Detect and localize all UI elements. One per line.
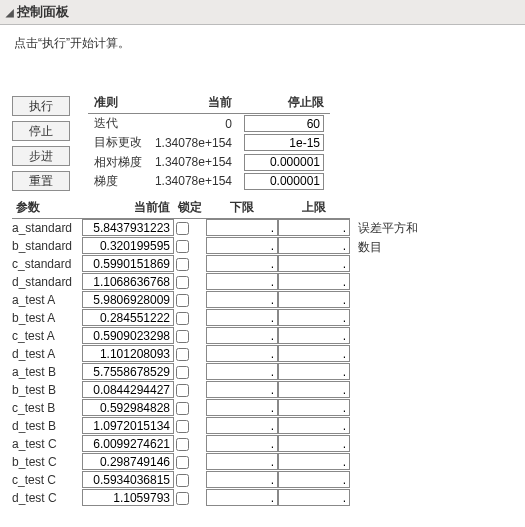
- param-lower-input[interactable]: [206, 273, 278, 290]
- param-lock-checkbox[interactable]: [176, 492, 189, 505]
- param-row: c_test B: [12, 399, 350, 417]
- param-upper-input[interactable]: [278, 453, 350, 470]
- param-header-name: 参数: [12, 199, 82, 219]
- criteria-current: 1.34078e+154: [148, 172, 238, 191]
- stop-button[interactable]: 停止: [12, 121, 70, 141]
- param-lock-checkbox[interactable]: [176, 276, 189, 289]
- criteria-stop-input[interactable]: [244, 173, 324, 190]
- param-name: c_test C: [12, 471, 82, 489]
- param-name: c_test A: [12, 327, 82, 345]
- param-lock-checkbox[interactable]: [176, 258, 189, 271]
- param-lower-input[interactable]: [206, 255, 278, 272]
- reset-button[interactable]: 重置: [12, 171, 70, 191]
- param-lower-input[interactable]: [206, 417, 278, 434]
- param-value-input[interactable]: [82, 237, 174, 254]
- param-upper-input[interactable]: [278, 255, 350, 272]
- param-row: d_test A: [12, 345, 350, 363]
- step-button[interactable]: 步进: [12, 146, 70, 166]
- param-value-input[interactable]: [82, 399, 174, 416]
- param-lock-checkbox[interactable]: [176, 222, 189, 235]
- param-name: c_test B: [12, 399, 82, 417]
- criteria-header-current: 当前: [148, 94, 238, 114]
- param-row: b_test A: [12, 309, 350, 327]
- param-value-input[interactable]: [82, 435, 174, 452]
- criteria-header-stop: 停止限: [238, 94, 330, 114]
- instruction-text: 点击“执行”开始计算。: [0, 25, 525, 54]
- param-lock-checkbox[interactable]: [176, 348, 189, 361]
- param-name: b_test B: [12, 381, 82, 399]
- param-value-input[interactable]: [82, 327, 174, 344]
- param-upper-input[interactable]: [278, 417, 350, 434]
- param-value-input[interactable]: [82, 363, 174, 380]
- param-row: c_standard: [12, 255, 350, 273]
- param-lock-checkbox[interactable]: [176, 420, 189, 433]
- param-value-input[interactable]: [82, 381, 174, 398]
- param-upper-input[interactable]: [278, 237, 350, 254]
- param-upper-input[interactable]: [278, 345, 350, 362]
- param-upper-input[interactable]: [278, 327, 350, 344]
- param-lower-input[interactable]: [206, 453, 278, 470]
- param-lower-input[interactable]: [206, 345, 278, 362]
- param-lock-checkbox[interactable]: [176, 384, 189, 397]
- param-value-input[interactable]: [82, 471, 174, 488]
- param-lower-input[interactable]: [206, 489, 278, 506]
- param-lock-checkbox[interactable]: [176, 438, 189, 451]
- param-row: a_test B: [12, 363, 350, 381]
- param-lock-checkbox[interactable]: [176, 474, 189, 487]
- criteria-current: 1.34078e+154: [148, 152, 238, 171]
- param-upper-input[interactable]: [278, 291, 350, 308]
- param-lock-checkbox[interactable]: [176, 366, 189, 379]
- param-lower-input[interactable]: [206, 435, 278, 452]
- criteria-current: 1.34078e+154: [148, 133, 238, 152]
- criteria-row: 迭代0: [88, 114, 330, 134]
- criteria-label: 目标更改: [88, 133, 148, 152]
- param-upper-input[interactable]: [278, 435, 350, 452]
- param-value-input[interactable]: [82, 345, 174, 362]
- param-lower-input[interactable]: [206, 291, 278, 308]
- param-upper-input[interactable]: [278, 363, 350, 380]
- param-lock-checkbox[interactable]: [176, 294, 189, 307]
- param-row: b_test C: [12, 453, 350, 471]
- criteria-stop-input[interactable]: [244, 134, 324, 151]
- param-upper-input[interactable]: [278, 273, 350, 290]
- criteria-stop-input[interactable]: [244, 115, 324, 132]
- param-name: d_test B: [12, 417, 82, 435]
- param-value-input[interactable]: [82, 291, 174, 308]
- param-lower-input[interactable]: [206, 219, 278, 236]
- param-value-input[interactable]: [82, 309, 174, 326]
- param-lower-input[interactable]: [206, 363, 278, 380]
- panel-title: 控制面板: [17, 3, 69, 21]
- criteria-current: 0: [148, 114, 238, 134]
- param-lower-input[interactable]: [206, 237, 278, 254]
- param-lower-input[interactable]: [206, 399, 278, 416]
- criteria-stop-input[interactable]: [244, 154, 324, 171]
- param-value-input[interactable]: [82, 453, 174, 470]
- param-upper-input[interactable]: [278, 489, 350, 506]
- param-value-input[interactable]: [82, 273, 174, 290]
- param-row: c_test A: [12, 327, 350, 345]
- param-value-input[interactable]: [82, 417, 174, 434]
- param-upper-input[interactable]: [278, 219, 350, 236]
- param-lower-input[interactable]: [206, 309, 278, 326]
- param-lower-input[interactable]: [206, 471, 278, 488]
- criteria-row: 目标更改1.34078e+154: [88, 133, 330, 152]
- param-upper-input[interactable]: [278, 381, 350, 398]
- param-lock-checkbox[interactable]: [176, 456, 189, 469]
- param-value-input[interactable]: [82, 219, 174, 236]
- param-lock-checkbox[interactable]: [176, 402, 189, 415]
- param-upper-input[interactable]: [278, 309, 350, 326]
- param-row: b_standard: [12, 237, 350, 255]
- collapse-toggle-icon[interactable]: ◢: [6, 7, 14, 18]
- param-upper-input[interactable]: [278, 399, 350, 416]
- param-lower-input[interactable]: [206, 327, 278, 344]
- param-lock-checkbox[interactable]: [176, 240, 189, 253]
- param-upper-input[interactable]: [278, 471, 350, 488]
- param-name: a_test C: [12, 435, 82, 453]
- param-value-input[interactable]: [82, 489, 174, 506]
- param-lower-input[interactable]: [206, 381, 278, 398]
- param-lock-checkbox[interactable]: [176, 312, 189, 325]
- param-header-upper: 上限: [278, 199, 350, 219]
- param-value-input[interactable]: [82, 255, 174, 272]
- param-lock-checkbox[interactable]: [176, 330, 189, 343]
- execute-button[interactable]: 执行: [12, 96, 70, 116]
